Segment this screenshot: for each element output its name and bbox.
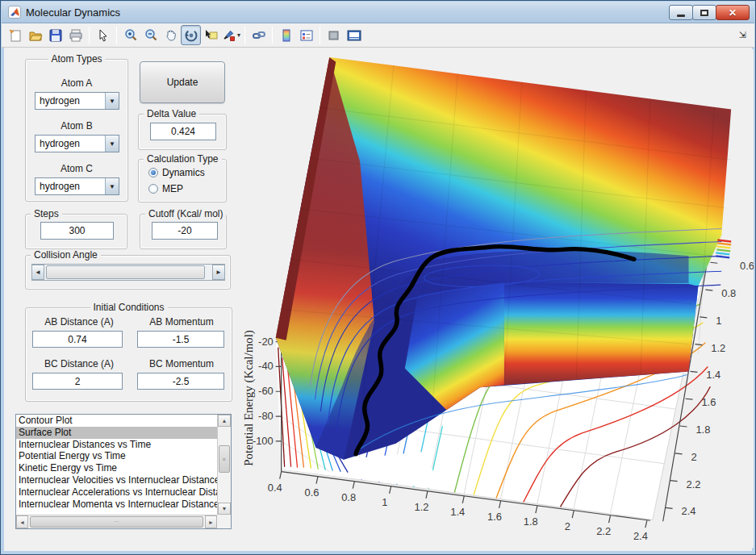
scrollbar-corner: [217, 515, 231, 528]
svg-text:-80: -80: [258, 410, 274, 422]
dynamics-radio-label: Dynamics: [162, 167, 205, 178]
slider-right-arrow[interactable]: ►: [212, 265, 225, 280]
print-button[interactable]: [65, 25, 86, 45]
cutoff-field[interactable]: -20: [152, 222, 218, 240]
vscroll-thumb[interactable]: ≡: [219, 445, 230, 473]
svg-text:-40: -40: [258, 360, 274, 372]
svg-text:-60: -60: [258, 385, 274, 397]
initial-conditions-group: Initial Conditions AB Distance (A) AB Mo…: [25, 307, 232, 402]
open-file-icon: [28, 28, 43, 43]
rotate-3d-button[interactable]: [181, 25, 201, 45]
atom-b-dropdown[interactable]: hydrogen ▼: [35, 135, 119, 152]
insert-colorbar-button[interactable]: [276, 25, 296, 45]
insert-legend-icon: [299, 28, 314, 43]
link-plot-button[interactable]: [249, 25, 269, 45]
edit-plot-button[interactable]: [93, 25, 113, 45]
scroll-left-icon[interactable]: ◄: [16, 515, 28, 528]
svg-text:-20: -20: [258, 336, 274, 348]
maximize-button[interactable]: [692, 5, 716, 20]
scroll-down-icon[interactable]: ▼: [218, 503, 231, 515]
zoom-in-button[interactable]: [120, 25, 140, 45]
mep-radio-label: MEP: [162, 183, 183, 194]
slider-thumb[interactable]: [46, 265, 205, 279]
pan-icon: [164, 28, 178, 43]
brush-button[interactable]: ▾: [221, 25, 241, 45]
insert-legend-button[interactable]: [296, 25, 316, 45]
radio-unselected-icon: [148, 184, 158, 194]
surface-flank-right: [504, 282, 698, 385]
hide-plot-tools-button[interactable]: [324, 25, 344, 45]
radio-selected-icon: [148, 168, 158, 177]
pan-button[interactable]: [161, 25, 181, 45]
save-button[interactable]: [45, 25, 65, 45]
slider-left-arrow[interactable]: ◄: [31, 265, 44, 280]
atom-c-dropdown[interactable]: hydrogen ▼: [35, 177, 119, 195]
show-plot-tools-button[interactable]: [344, 25, 364, 45]
list-item[interactable]: Potential Energy vs Time: [16, 450, 217, 462]
close-icon: ✕: [729, 7, 737, 19]
list-item[interactable]: Internuclear Momenta vs Internuclear Dis…: [16, 499, 217, 511]
dropdown-arrow-icon[interactable]: ▼: [105, 93, 119, 109]
minimize-icon: [677, 15, 685, 17]
app-window: Molecular Dynamics ✕: [0, 0, 756, 555]
list-item[interactable]: Internuclear Accelerations vs Internucle…: [16, 486, 217, 499]
collision-angle-group: Collision Angle ◄ ►: [25, 255, 231, 290]
figure-toolbar: ▾: [2, 23, 754, 48]
ab-distance-field[interactable]: 0.74: [32, 331, 123, 348]
delta-value-title: Delta Value: [144, 108, 199, 119]
scroll-right-icon[interactable]: ►: [205, 515, 217, 528]
svg-text:2: 2: [565, 520, 570, 532]
minimize-button[interactable]: [669, 5, 693, 20]
scroll-up-icon[interactable]: ▲: [218, 415, 231, 427]
svg-text:1.8: 1.8: [524, 515, 538, 528]
svg-text:1.2: 1.2: [711, 342, 725, 354]
new-figure-button[interactable]: [5, 25, 25, 45]
atom-a-label: Atom A: [26, 77, 127, 89]
list-item[interactable]: Kinetic Energy vs Time: [16, 462, 217, 474]
collision-angle-slider[interactable]: ◄ ►: [31, 264, 225, 281]
zoom-in-icon: [123, 28, 138, 43]
atom-a-dropdown[interactable]: hydrogen ▼: [35, 92, 119, 110]
list-item[interactable]: Contour Plot: [16, 415, 217, 427]
mep-radio[interactable]: MEP: [148, 183, 183, 194]
ab-distance-label: AB Distance (A): [34, 316, 124, 328]
close-button[interactable]: ✕: [716, 5, 750, 20]
atom-c-label: Atom C: [26, 163, 127, 174]
update-button[interactable]: Update: [140, 61, 225, 103]
new-figure-icon: [8, 28, 23, 43]
plot-type-listbox[interactable]: Contour Plot Surface Plot Internuclear D…: [15, 414, 232, 529]
title-bar[interactable]: Molecular Dynamics ✕: [2, 2, 754, 23]
bc-distance-field[interactable]: 2: [32, 373, 123, 390]
delta-value-group: Delta Value 0.424: [138, 114, 227, 150]
open-file-button[interactable]: [25, 25, 45, 45]
svg-text:0.6: 0.6: [740, 260, 754, 272]
svg-text:0.8: 0.8: [721, 287, 736, 299]
dynamics-radio[interactable]: Dynamics: [148, 167, 205, 178]
svg-text:1.6: 1.6: [487, 511, 502, 523]
brush-dropdown-caret[interactable]: ▾: [237, 31, 240, 39]
surface-plot-axes[interactable]: -20 -40 -60 -80 -100 Potential Energy (K…: [240, 48, 754, 549]
dropdown-arrow-icon[interactable]: ▼: [105, 178, 119, 194]
svg-text:-100: -100: [253, 435, 274, 447]
delta-value-field[interactable]: 0.424: [150, 123, 216, 140]
list-item-selected[interactable]: Surface Plot: [16, 427, 217, 439]
horizontal-scrollbar[interactable]: ◄ ⋯ ►: [16, 515, 217, 528]
toolbar-separator: [89, 27, 90, 44]
svg-text:1.4: 1.4: [706, 369, 720, 381]
list-item[interactable]: Internuclear Distances vs Time: [16, 439, 217, 451]
hscroll-thumb[interactable]: ⋯: [30, 516, 203, 528]
data-cursor-button[interactable]: [201, 25, 221, 45]
svg-text:2.2: 2.2: [687, 478, 701, 490]
zoom-out-icon: [144, 28, 158, 43]
toolbar-overflow-icon[interactable]: ⇲: [739, 30, 746, 40]
list-item[interactable]: Internuclear Velocities vs Internuclear …: [16, 474, 217, 486]
atom-b-value: hydrogen: [40, 138, 80, 149]
ab-momentum-field[interactable]: -1.5: [137, 331, 224, 348]
dropdown-arrow-icon[interactable]: ▼: [105, 136, 119, 152]
bc-momentum-field[interactable]: -2.5: [137, 373, 224, 390]
steps-field[interactable]: 300: [40, 222, 114, 240]
zoom-out-button[interactable]: [140, 25, 161, 45]
vertical-scrollbar[interactable]: ▲ ≡ ▼: [217, 415, 231, 515]
z-axis-label: Potential Energy (Kcal/mol): [242, 330, 256, 465]
atom-c-value: hydrogen: [40, 181, 80, 192]
